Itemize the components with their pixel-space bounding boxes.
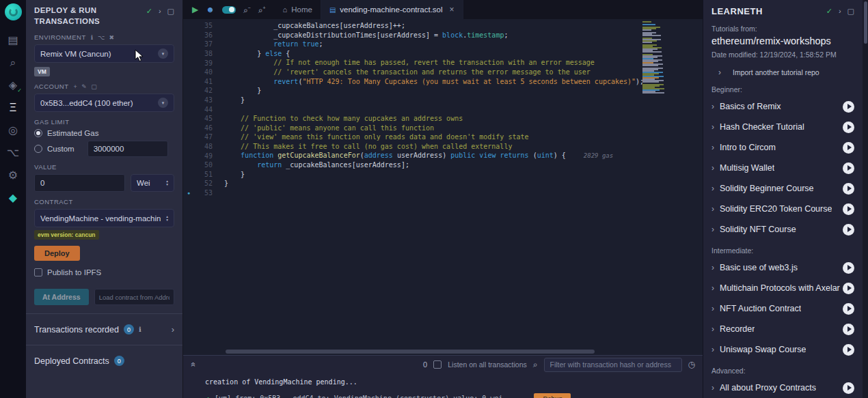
code-line[interactable]: // 'public' means anyone can call this f… bbox=[224, 124, 642, 133]
code-line[interactable]: } bbox=[224, 179, 642, 188]
code-line[interactable]: } bbox=[224, 86, 642, 96]
code-line[interactable] bbox=[224, 188, 642, 198]
environment-select[interactable]: Remix VM (Cancun) ▾ bbox=[34, 44, 174, 63]
chevron-right-icon[interactable]: › bbox=[159, 7, 161, 27]
zoom-in-icon[interactable]: ⌕+ bbox=[258, 5, 266, 14]
search-icon[interactable]: ⌕ bbox=[0, 51, 26, 74]
at-address-input[interactable] bbox=[94, 289, 174, 305]
gutter-line[interactable]: 52 bbox=[183, 179, 221, 188]
code-line[interactable]: // 'view' means this function only reads… bbox=[224, 132, 642, 142]
publish-ipfs-checkbox[interactable] bbox=[34, 268, 42, 276]
tutorial-item[interactable]: ›Basics of Remix bbox=[711, 96, 854, 117]
run-script-icon[interactable]: ▶ bbox=[192, 5, 198, 14]
gutter-line[interactable]: 50 bbox=[183, 160, 221, 170]
delete-icon[interactable]: ✖ bbox=[109, 34, 115, 41]
transactions-recorded-row[interactable]: Transactions recorded 0 ℹ › bbox=[34, 319, 174, 339]
scrollbar-thumb[interactable] bbox=[864, 1, 867, 44]
code-line[interactable]: // If not enough time has passed, revert… bbox=[224, 58, 642, 68]
code-line[interactable]: } else { bbox=[224, 49, 642, 59]
code-line[interactable]: // This makes it free to call (no gas co… bbox=[224, 142, 642, 152]
code-line[interactable]: } bbox=[224, 96, 642, 105]
terminal-filter-input[interactable] bbox=[544, 358, 682, 372]
learneth-icon[interactable]: ◆ bbox=[0, 186, 26, 209]
value-input[interactable] bbox=[34, 174, 125, 192]
solidity-compiler-icon[interactable]: ◈✓ bbox=[0, 74, 26, 96]
tutorial-item[interactable]: ›Multichain Protocols with Axelar bbox=[711, 278, 854, 298]
gutter-line[interactable]: 36 bbox=[183, 31, 221, 40]
code-line[interactable]: // 'revert' cancels the transaction and … bbox=[224, 68, 642, 77]
gutter-line[interactable]: ●53 bbox=[183, 188, 221, 198]
search-icon[interactable]: ⌕ bbox=[533, 360, 538, 369]
tab-home[interactable]: ⌂ Home bbox=[275, 0, 321, 19]
custom-gas-input[interactable] bbox=[87, 141, 168, 157]
tab-file[interactable]: ▤ vending-machine-contract.sol × bbox=[321, 0, 463, 19]
deploy-button[interactable]: Deploy bbox=[34, 246, 80, 261]
git-icon[interactable]: ⌥ bbox=[0, 141, 26, 164]
account-select[interactable]: 0x5B3...eddC4 (100 ether) ▾ bbox=[34, 94, 174, 112]
gutter-line[interactable]: 51 bbox=[183, 170, 221, 180]
tutorial-item[interactable]: ›NFT Auction Contract bbox=[711, 298, 854, 319]
debugger-icon[interactable]: ◎ bbox=[0, 119, 26, 141]
gutter-line[interactable]: 35 bbox=[183, 21, 221, 31]
code-line[interactable]: function getCupcakeBalanceFor(address us… bbox=[224, 151, 642, 160]
expand-terminal-icon[interactable]: » bbox=[188, 363, 198, 367]
popout-icon[interactable]: ▢ bbox=[167, 7, 174, 27]
import-tutorial-repo[interactable]: › Import another tutorial repo bbox=[711, 68, 854, 77]
code-line[interactable]: // Function to check how many cupcakes a… bbox=[224, 114, 642, 124]
popout-icon[interactable]: ▢ bbox=[847, 7, 854, 16]
play-button[interactable] bbox=[843, 303, 854, 315]
tutorial-item[interactable]: ›Basic use of web3.js bbox=[711, 257, 854, 278]
gutter-line[interactable]: 41 bbox=[183, 77, 221, 87]
history-icon[interactable]: ◷ bbox=[688, 360, 695, 369]
gutter-line[interactable]: 47 bbox=[183, 132, 221, 142]
play-button[interactable] bbox=[843, 203, 854, 215]
play-button[interactable] bbox=[843, 101, 854, 113]
sign-icon[interactable]: ✎ bbox=[81, 83, 87, 90]
play-button[interactable] bbox=[843, 162, 854, 174]
debug-button[interactable]: Debug bbox=[534, 393, 571, 398]
gutter-line[interactable]: 43 bbox=[183, 96, 221, 105]
copy-icon[interactable]: ▢ bbox=[91, 83, 97, 90]
tutorial-item[interactable]: ›Uniswap Swap Course bbox=[711, 339, 854, 360]
code-line[interactable] bbox=[224, 104, 642, 114]
code-line[interactable]: _cupcakeBalances[userAddress]++; bbox=[224, 21, 642, 31]
play-button[interactable] bbox=[843, 122, 854, 133]
file-explorer-icon[interactable]: ▤ bbox=[0, 29, 26, 51]
gutter-line[interactable]: 42 bbox=[183, 86, 221, 96]
remix-logo[interactable] bbox=[5, 3, 22, 20]
code-line[interactable]: return _cupcakeBalances[userAddress]; bbox=[224, 160, 642, 170]
tutorial-item[interactable]: ›Recorder bbox=[711, 319, 854, 339]
chevron-right-icon[interactable]: › bbox=[839, 7, 841, 16]
gutter-line[interactable]: 48 bbox=[183, 142, 221, 152]
gutter-line[interactable]: 38 bbox=[183, 49, 221, 59]
deployed-contracts-row[interactable]: Deployed Contracts 0 bbox=[34, 351, 174, 371]
play-button[interactable] bbox=[843, 283, 854, 294]
play-button[interactable] bbox=[843, 142, 854, 154]
transaction-summary-row[interactable]: ✔[vm] from: 0x5B3...eddC4 to: VendingMac… bbox=[205, 393, 703, 398]
listen-all-checkbox[interactable] bbox=[433, 360, 442, 369]
play-button[interactable] bbox=[843, 344, 854, 356]
minimap[interactable] bbox=[642, 21, 667, 348]
tutorial-item[interactable]: ›Multisig Wallet bbox=[711, 158, 854, 178]
gutter-line[interactable]: 46 bbox=[183, 124, 221, 133]
play-button[interactable] bbox=[843, 382, 854, 394]
gutter-line[interactable]: 40 bbox=[183, 68, 221, 77]
contract-select[interactable]: VendingMachine - vending-machin ▴▾ bbox=[34, 209, 174, 227]
close-tab-icon[interactable]: × bbox=[450, 5, 455, 14]
gutter-line[interactable]: 37 bbox=[183, 40, 221, 49]
play-button[interactable] bbox=[843, 324, 854, 335]
deploy-run-icon[interactable]: Ξ bbox=[0, 96, 26, 119]
custom-gas-radio[interactable] bbox=[34, 145, 42, 153]
live-mode-toggle[interactable] bbox=[222, 6, 236, 14]
play-button[interactable] bbox=[843, 183, 854, 195]
gutter-line[interactable]: 45 bbox=[183, 114, 221, 124]
scrollbar-thumb[interactable] bbox=[226, 350, 595, 354]
code-line[interactable]: revert("HTTP 429: Too Many Cupcakes (you… bbox=[224, 77, 642, 87]
gutter-line[interactable]: 39 bbox=[183, 58, 221, 68]
add-account-icon[interactable]: + bbox=[73, 83, 77, 90]
gutter-line[interactable]: 49 bbox=[183, 151, 221, 160]
tutorial-item[interactable]: ›Intro to Circom bbox=[711, 137, 854, 158]
account-icon[interactable]: ☻ bbox=[206, 5, 215, 14]
breakpoint-dot[interactable]: ● bbox=[183, 190, 194, 195]
tutorial-item[interactable]: ›Solidity Beginner Course bbox=[711, 178, 854, 199]
